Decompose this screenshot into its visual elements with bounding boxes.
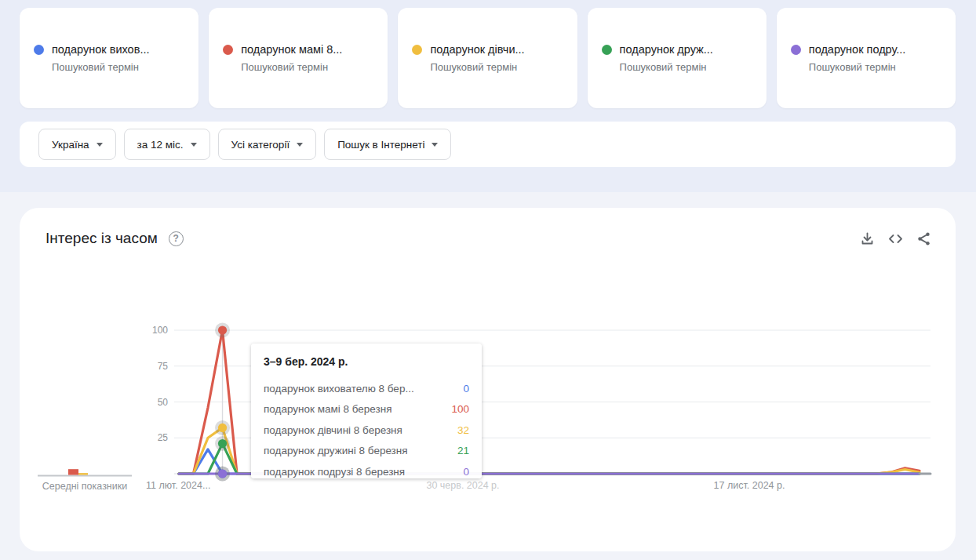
tooltip-term-label: подарунок вихователю 8 бер... [264, 383, 414, 395]
tooltip-term-label: подарунок мамі 8 березня [264, 403, 391, 415]
tooltip-date: 3–9 бер. 2024 р. [264, 355, 469, 368]
term-card-mami[interactable]: подарунок мамі 8...Пошуковий термін [209, 8, 388, 108]
term-type-label: Пошуковий термін [620, 61, 752, 73]
x-tick-label: 17 лист. 2024 р. [714, 480, 785, 491]
tooltip-term-value: 21 [457, 445, 469, 456]
download-icon[interactable] [859, 231, 876, 247]
tooltip-row: подарунок дружині 8 березня21 [264, 441, 469, 462]
x-tick-label: 11 лют. 2024... [146, 480, 210, 491]
chart-tooltip: 3–9 бер. 2024 р. подарунок вихователю 8 … [251, 344, 482, 478]
filter-label: Україна [52, 139, 89, 151]
y-tick-label: 100 [133, 325, 168, 336]
tooltip-row: подарунок подрузі 8 березня0 [264, 461, 469, 482]
interest-over-time-card: Інтерес із часом ? [20, 208, 956, 551]
term-color-dot-icon [791, 45, 801, 55]
filter-label: Усі категорії [231, 139, 290, 151]
term-card-divchyni[interactable]: подарунок дівчи...Пошуковий термін [398, 8, 577, 108]
term-type-label: Пошуковий термін [52, 61, 184, 73]
term-label: подарунок подру... [809, 43, 906, 56]
tooltip-row: подарунок дівчині 8 березня32 [264, 420, 469, 441]
chart-actions [859, 231, 932, 247]
chevron-down-icon [297, 143, 303, 147]
chevron-down-icon [97, 143, 103, 147]
embed-code-icon[interactable] [887, 231, 904, 247]
chart-title: Інтерес із часом [46, 230, 158, 247]
averages-label: Середні показники [30, 481, 140, 492]
tooltip-term-label: подарунок дівчині 8 березня [264, 424, 402, 436]
search-terms-row: подарунок вихов...Пошуковий термінподару… [20, 8, 956, 108]
term-card-druzhyni[interactable]: подарунок друж...Пошуковий термін [588, 8, 767, 108]
filter-label: за 12 міс. [137, 139, 184, 151]
chart-card-header: Інтерес із часом ? [46, 230, 932, 247]
term-card-vyhovatelyu[interactable]: подарунок вихов...Пошуковий термін [20, 8, 198, 108]
y-tick-label: 75 [133, 361, 168, 372]
filter-time-range[interactable]: за 12 міс. [124, 129, 210, 160]
y-tick-label: 50 [133, 397, 168, 408]
filters-bar: Україназа 12 міс.Усі категоріїПошук в Ін… [20, 122, 956, 167]
tooltip-term-value: 0 [463, 383, 469, 395]
y-tick-label: 25 [133, 432, 168, 443]
filter-search-type[interactable]: Пошук в Інтернеті [324, 129, 451, 160]
tooltip-term-label: подарунок дружині 8 березня [264, 445, 408, 456]
tooltip-term-value: 100 [451, 403, 469, 415]
share-icon[interactable] [916, 231, 932, 247]
tooltip-row: подарунок мамі 8 березня100 [264, 399, 469, 420]
term-color-dot-icon [34, 45, 44, 55]
filter-category[interactable]: Усі категорії [218, 129, 317, 160]
term-type-label: Пошуковий термін [809, 61, 941, 73]
filter-label: Пошук в Інтернеті [337, 139, 424, 151]
help-icon[interactable]: ? [169, 231, 184, 246]
term-label: подарунок вихов... [52, 43, 149, 56]
term-label: подарунок друж... [620, 43, 713, 56]
term-color-dot-icon [412, 45, 422, 55]
chevron-down-icon [191, 143, 197, 147]
term-label: подарунок дівчи... [430, 43, 524, 56]
tooltip-term-label: подарунок подрузі 8 березня [264, 466, 405, 478]
term-type-label: Пошуковий термін [241, 61, 373, 73]
term-type-label: Пошуковий термін [430, 61, 563, 73]
chevron-down-icon [432, 143, 438, 147]
term-card-podruzi[interactable]: подарунок подру...Пошуковий термін [777, 8, 956, 108]
filter-region[interactable]: Україна [38, 129, 116, 160]
tooltip-term-value: 32 [457, 424, 469, 436]
term-color-dot-icon [223, 45, 233, 55]
tooltip-term-value: 0 [463, 466, 469, 478]
term-label: подарунок мамі 8... [241, 43, 342, 56]
term-color-dot-icon [602, 45, 612, 55]
tooltip-row: подарунок вихователю 8 бер...0 [264, 378, 469, 399]
